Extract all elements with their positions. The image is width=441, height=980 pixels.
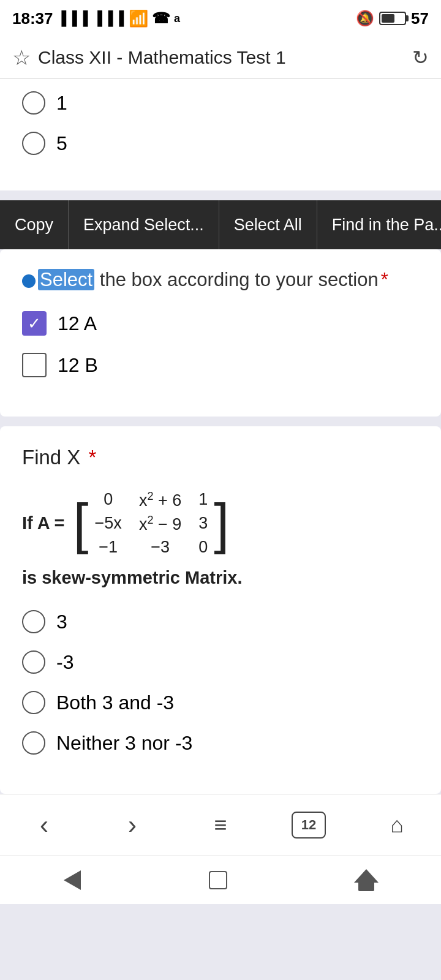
checkbox-12a-row[interactable]: ✓ 12 A xyxy=(22,311,419,336)
matrix-container: If A = [ 0 x2 + 6 1 −5x x2 − 9 3 −1 −3 0 xyxy=(22,488,419,588)
address-content: ☆ Class XII - Mathematics Test 1 xyxy=(12,45,412,70)
option-1-row[interactable]: 1 xyxy=(22,91,419,115)
wifi-icon: 📶 xyxy=(129,9,148,28)
cell-1-2: 3 xyxy=(198,514,208,534)
checkbox-12b[interactable] xyxy=(22,353,47,377)
expand-select-button[interactable]: Expand Select... xyxy=(69,200,219,249)
status-left: 18:37 ▐▐▐ ▐▐▐ 📶 ☎ a xyxy=(12,9,180,28)
option-neg3-label: -3 xyxy=(56,651,74,674)
battery-percent: 57 xyxy=(411,9,429,28)
forward-icon: › xyxy=(128,810,137,840)
section-question-title: Select the box according to your section… xyxy=(22,266,419,293)
star-icon[interactable]: ☆ xyxy=(12,45,31,70)
answer-options: 3 -3 Both 3 and -3 ! Neither 3 nor -3 xyxy=(22,610,419,755)
bracket-left: [ xyxy=(74,496,89,551)
find-x-label: Find X xyxy=(22,446,80,469)
option-both-row[interactable]: Both 3 and -3 xyxy=(22,691,419,714)
signal-icon: ▐▐▐ xyxy=(57,10,89,26)
phone-icon: ☎ xyxy=(152,10,170,27)
checkbox-12b-label: 12 B xyxy=(58,354,98,377)
option-3-label: 3 xyxy=(56,611,67,633)
radio-1[interactable] xyxy=(22,91,45,115)
select-all-button[interactable]: Select All xyxy=(219,200,317,249)
browser-forward-button[interactable]: › xyxy=(108,807,157,843)
android-nav-bar xyxy=(0,855,441,904)
matrix-wrapper: [ 0 x2 + 6 1 −5x x2 − 9 3 −1 −3 0 ] xyxy=(74,488,230,559)
option-neither-row[interactable]: ! Neither 3 nor -3 xyxy=(22,731,419,755)
radio-5[interactable] xyxy=(22,132,45,155)
context-menu-toolbar: Copy Expand Select... Select All Find in… xyxy=(0,200,441,249)
browser-back-button[interactable]: ‹ xyxy=(20,807,69,843)
find-in-page-button[interactable]: Find in the Pa... xyxy=(317,200,441,249)
browser-menu-button[interactable]: ≡ xyxy=(196,807,245,843)
checkbox-12a-label: 12 A xyxy=(58,312,97,335)
radio-option-3[interactable] xyxy=(22,610,45,633)
refresh-button[interactable]: ↻ xyxy=(412,46,429,69)
cell-2-1: −3 xyxy=(139,538,181,557)
cell-0-0: 0 xyxy=(95,490,122,510)
option-both-label: Both 3 and -3 xyxy=(56,692,174,714)
menu-icon: ≡ xyxy=(214,812,227,838)
home-icon: ⌂ xyxy=(390,812,404,838)
time-display: 18:37 xyxy=(12,9,53,28)
battery-fill xyxy=(382,14,394,23)
radio-option-both[interactable] xyxy=(22,691,45,714)
cell-1-1: x2 − 9 xyxy=(139,514,181,534)
cell-2-2: 0 xyxy=(198,538,208,557)
android-home-button[interactable] xyxy=(355,869,377,891)
section-card: Select the box according to your section… xyxy=(0,249,441,417)
find-x-card: Find X * If A = [ 0 x2 + 6 1 −5x x2 − 9 … xyxy=(0,426,441,794)
matrix-grid: 0 x2 + 6 1 −5x x2 − 9 3 −1 −3 0 xyxy=(89,488,214,559)
page-title: Class XII - Mathematics Test 1 xyxy=(38,47,286,68)
matrix-label: If A = xyxy=(22,513,65,533)
back-icon: ‹ xyxy=(40,810,48,840)
option-3-row[interactable]: 3 xyxy=(22,610,419,633)
address-bar: ☆ Class XII - Mathematics Test 1 ↻ xyxy=(0,37,441,79)
browser-bottom-nav: ‹ › ≡ 12 ⌂ xyxy=(0,794,441,855)
cell-2-0: −1 xyxy=(95,538,122,557)
battery-icon xyxy=(379,12,406,25)
checkbox-12a[interactable]: ✓ xyxy=(22,311,47,336)
find-x-title: Find X * xyxy=(22,446,419,469)
cell-0-2: 1 xyxy=(198,490,208,510)
android-square-button[interactable] xyxy=(209,871,227,889)
status-bar: 18:37 ▐▐▐ ▐▐▐ 📶 ☎ a 🔕 57 xyxy=(0,0,441,37)
main-content: 1 5 Copy Expand Select... Select All Fin… xyxy=(0,79,441,794)
option-neither-label: Neither 3 nor -3 xyxy=(56,732,192,755)
radio-option-neg3[interactable] xyxy=(22,650,45,674)
android-home-icon xyxy=(355,869,377,891)
browser-tabs-button[interactable]: 12 xyxy=(284,807,333,843)
checkmark-icon: ✓ xyxy=(28,315,41,331)
required-marker: * xyxy=(381,269,388,290)
copy-button[interactable]: Copy xyxy=(0,200,69,249)
partial-question-card: 1 5 xyxy=(0,79,441,190)
signal-icon-2: ▐▐▐ xyxy=(92,10,125,26)
square-icon xyxy=(209,871,227,889)
status-right: 🔕 57 xyxy=(356,9,429,28)
matrix-suffix: is skew-symmetric Matrix. xyxy=(22,568,242,588)
find-x-required: * xyxy=(89,446,97,469)
bracket-right: ] xyxy=(214,496,229,551)
mute-icon: 🔕 xyxy=(356,10,374,27)
checkbox-12b-row[interactable]: 12 B xyxy=(22,353,419,377)
browser-home-button[interactable]: ⌂ xyxy=(372,807,421,843)
android-back-button[interactable] xyxy=(64,870,81,890)
back-triangle-icon xyxy=(64,870,81,890)
cell-1-0: −5x xyxy=(95,514,122,534)
option-1-label: 1 xyxy=(56,92,67,115)
tabs-count: 12 xyxy=(292,812,326,839)
option-neg3-row[interactable]: -3 xyxy=(22,650,419,674)
cell-0-1: x2 + 6 xyxy=(139,490,181,510)
option-5-label: 5 xyxy=(56,132,67,155)
selected-text: Select xyxy=(38,269,94,290)
radio-option-neither[interactable] xyxy=(22,731,45,755)
selection-handle-left xyxy=(22,274,36,288)
option-5-row[interactable]: 5 xyxy=(22,132,419,155)
